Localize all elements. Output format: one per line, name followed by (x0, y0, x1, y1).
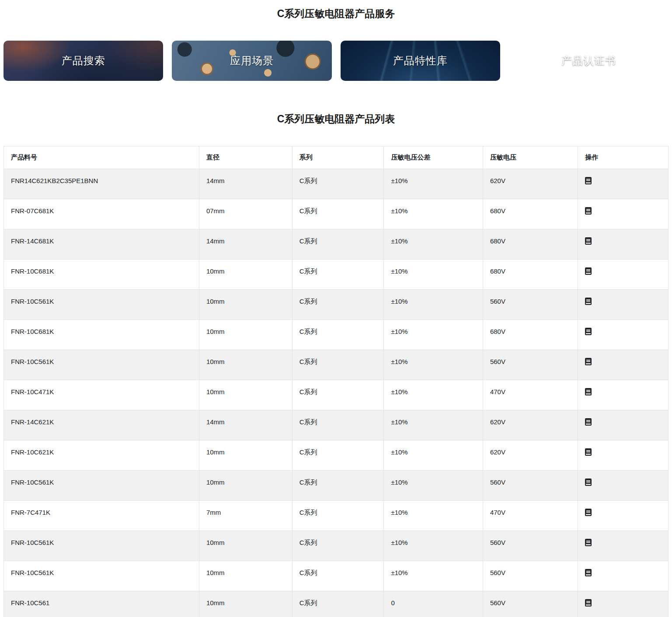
cell-actions (578, 561, 669, 591)
view-detail-button[interactable] (585, 358, 592, 365)
cell-voltage-tolerance: ±10% (384, 531, 483, 561)
cell-part-number: FNR-10C621K (4, 440, 199, 471)
cell-actions (578, 531, 669, 561)
cell-part-number: FNR-10C561K (4, 471, 199, 501)
view-detail-button[interactable] (585, 448, 592, 456)
nav-button-label: 产品特性库 (393, 54, 448, 68)
column-header-series: 系列 (292, 146, 384, 169)
cell-part-number: FNR-10C561K (4, 561, 199, 591)
journal-icon (585, 478, 592, 486)
journal-icon (585, 207, 592, 215)
view-detail-button[interactable] (585, 539, 592, 546)
cell-voltage-tolerance: ±10% (384, 229, 483, 260)
cell-part-number: FNR-10C681K (4, 260, 199, 290)
cell-part-number: FNR-14C681K (4, 229, 199, 260)
journal-icon (585, 177, 592, 184)
journal-icon (585, 358, 592, 365)
journal-icon (585, 569, 592, 576)
view-detail-button[interactable] (585, 599, 592, 607)
cell-voltage-tolerance: 0 (384, 591, 483, 617)
journal-icon (585, 539, 592, 546)
cell-actions (578, 260, 669, 290)
cell-varistor-voltage: 680V (483, 229, 578, 260)
column-header-voltage-tolerance: 压敏电压公差 (384, 146, 483, 169)
cell-part-number: FNR-14C621K (4, 410, 199, 440)
cell-voltage-tolerance: ±10% (384, 320, 483, 350)
view-detail-button[interactable] (585, 509, 592, 516)
view-detail-button[interactable] (585, 388, 592, 395)
cell-actions (578, 380, 669, 410)
cell-diameter: 10mm (199, 471, 292, 501)
cell-varistor-voltage: 560V (483, 591, 578, 617)
nav-button-product-features-library[interactable]: 产品特性库 (341, 41, 500, 81)
cell-varistor-voltage: 560V (483, 350, 578, 380)
nav-button-product-search[interactable]: 产品搜索 (3, 41, 163, 81)
table-row: FNR-10C621K 10mm C系列 ±10% 620V (4, 440, 669, 471)
journal-icon (585, 448, 592, 456)
cell-part-number: FNR-10C561K (4, 531, 199, 561)
cell-varistor-voltage: 680V (483, 199, 578, 229)
cell-voltage-tolerance: ±10% (384, 260, 483, 290)
cell-series: C系列 (292, 501, 384, 531)
cell-diameter: 10mm (199, 380, 292, 410)
product-table-body: FNR14C621KB2C35PE1BNN 14mm C系列 ±10% 620V… (4, 169, 669, 617)
product-table: 产品料号 直径 系列 压敏电压公差 压敏电压 操作 FNR14C621KB2C3… (3, 146, 669, 617)
cell-series: C系列 (292, 471, 384, 501)
cell-actions (578, 320, 669, 350)
nav-button-label: 应用场景 (230, 54, 274, 68)
view-detail-button[interactable] (585, 298, 592, 305)
view-detail-button[interactable] (585, 328, 592, 335)
view-detail-button[interactable] (585, 478, 592, 486)
nav-button-label: 产品认证书 (561, 54, 616, 68)
view-detail-button[interactable] (585, 267, 592, 275)
cell-voltage-tolerance: ±10% (384, 199, 483, 229)
journal-icon (585, 267, 592, 275)
cell-series: C系列 (292, 531, 384, 561)
cell-varistor-voltage: 620V (483, 410, 578, 440)
nav-button-application-scenarios[interactable]: 应用场景 (172, 41, 331, 81)
table-row: FNR-10C681K 10mm C系列 ±10% 680V (4, 260, 669, 290)
cell-diameter: 14mm (199, 410, 292, 440)
journal-icon (585, 509, 592, 516)
cell-voltage-tolerance: ±10% (384, 290, 483, 320)
cell-part-number: FNR-7C471K (4, 501, 199, 531)
cell-diameter: 10mm (199, 290, 292, 320)
view-detail-button[interactable] (585, 207, 592, 215)
cell-varistor-voltage: 560V (483, 561, 578, 591)
view-detail-button[interactable] (585, 177, 592, 184)
column-header-part-number: 产品料号 (4, 146, 199, 169)
cell-diameter: 10mm (199, 350, 292, 380)
cell-voltage-tolerance: ±10% (384, 501, 483, 531)
cell-part-number: FNR-10C561 (4, 591, 199, 617)
cell-series: C系列 (292, 591, 384, 617)
view-detail-button[interactable] (585, 569, 592, 576)
cell-voltage-tolerance: ±10% (384, 380, 483, 410)
cell-series: C系列 (292, 350, 384, 380)
cell-actions (578, 169, 669, 199)
cell-series: C系列 (292, 380, 384, 410)
journal-icon (585, 388, 592, 395)
cell-diameter: 10mm (199, 440, 292, 471)
view-detail-button[interactable] (585, 418, 592, 426)
cell-series: C系列 (292, 410, 384, 440)
cell-part-number: FNR-10C681K (4, 320, 199, 350)
column-header-actions: 操作 (578, 146, 669, 169)
cell-part-number: FNR-07C681K (4, 199, 199, 229)
cell-voltage-tolerance: ±10% (384, 471, 483, 501)
nav-button-product-certificates[interactable]: 产品认证书 (509, 41, 669, 81)
cell-diameter: 10mm (199, 591, 292, 617)
table-row: FNR-10C561K 10mm C系列 ±10% 560V (4, 290, 669, 320)
table-row: FNR-10C561K 10mm C系列 ±10% 560V (4, 350, 669, 380)
cell-diameter: 14mm (199, 229, 292, 260)
cell-part-number: FNR14C621KB2C35PE1BNN (4, 169, 199, 199)
cell-diameter: 10mm (199, 260, 292, 290)
cell-varistor-voltage: 620V (483, 440, 578, 471)
view-detail-button[interactable] (585, 237, 592, 245)
column-header-varistor-voltage: 压敏电压 (483, 146, 578, 169)
cell-actions (578, 199, 669, 229)
cell-diameter: 7mm (199, 501, 292, 531)
table-row: FNR-10C561 10mm C系列 0 560V (4, 591, 669, 617)
cell-series: C系列 (292, 440, 384, 471)
table-row: FNR-10C561K 10mm C系列 ±10% 560V (4, 561, 669, 591)
cell-varistor-voltage: 560V (483, 290, 578, 320)
